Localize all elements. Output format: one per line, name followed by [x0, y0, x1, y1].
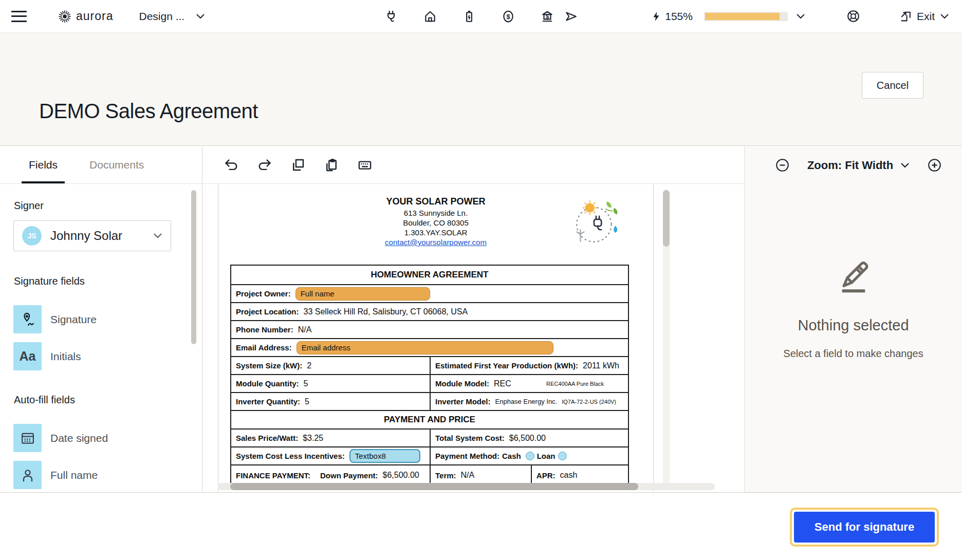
table-row: Email Address: Email address	[231, 338, 628, 356]
table-row: Phone Number: N/A	[231, 320, 628, 338]
cancel-button[interactable]: Cancel	[862, 72, 923, 99]
topbar-right-group: 155% Exit	[651, 9, 962, 23]
full-name-field-label: Full name	[50, 469, 98, 481]
cash-radio-field[interactable]	[526, 452, 534, 460]
person-icon	[13, 461, 42, 489]
dollar-coin-icon[interactable]: $	[502, 10, 515, 23]
page-header: DEMO Sales Agreement Cancel	[0, 33, 962, 146]
document-viewport: YOUR SOLAR POWER 613 Sunnyside Ln. Bould…	[202, 184, 744, 492]
calendar-icon	[13, 424, 42, 452]
document-vertical-scrollbar[interactable]	[663, 190, 670, 247]
aurora-starburst-icon	[58, 9, 72, 24]
undo-icon[interactable]	[224, 158, 238, 172]
loan-radio-field[interactable]	[558, 452, 567, 460]
fields-sidebar: Fields Documents Signer JS Johnny Solar …	[0, 146, 202, 492]
signature-field-item[interactable]: Signature	[13, 305, 202, 333]
top-navigation-bar: aurora Design ... $ $	[0, 0, 962, 33]
table-row: Sales Price/Watt: $3.25 Total System Cos…	[231, 428, 628, 446]
nothing-selected-subtitle: Select a field to make changes	[783, 348, 923, 360]
zoom-controls: Zoom: Fit Width	[745, 146, 962, 184]
help-lifebuoy-icon[interactable]	[846, 9, 860, 23]
autofill-section-label: Auto-fill fields	[14, 394, 202, 406]
initials-aa-icon: Aa	[13, 342, 42, 370]
performance-meter-fill	[705, 13, 780, 20]
brand-wordmark: aurora	[76, 9, 113, 23]
table-row: System Cost Less Incentives: Textbox8 Pa…	[231, 446, 628, 464]
date-signed-field-label: Date signed	[50, 432, 108, 444]
payment-section-title: PAYMENT AND PRICE	[384, 415, 475, 425]
document-page: YOUR SOLAR POWER 613 Sunnyside Ln. Bould…	[218, 184, 654, 492]
signature-field-label: Signature	[50, 313, 97, 326]
signature-pen-icon	[13, 305, 42, 333]
water-drop-glyph	[614, 226, 617, 233]
leaf-glyphs	[605, 201, 617, 214]
signer-dropdown[interactable]: JS Johnny Solar	[13, 220, 171, 251]
battery-icon[interactable]	[462, 10, 476, 23]
chevron-down-icon	[196, 13, 205, 20]
mode-icon-group: $ $	[384, 0, 578, 33]
zoom-chevron-down-icon	[900, 162, 910, 169]
agreement-title: HOMEOWNER AGREEMENT	[371, 270, 489, 280]
initials-field-item[interactable]: Aa Initials	[13, 342, 202, 370]
email-placed-field[interactable]: Email address	[297, 341, 553, 354]
bottom-action-bar: Send for signature	[0, 492, 962, 560]
home-icon[interactable]	[423, 10, 437, 23]
send-for-signature-button[interactable]: Send for signature	[794, 512, 935, 543]
signer-avatar: JS	[22, 226, 42, 246]
redo-icon[interactable]	[257, 158, 272, 172]
main-content: Fields Documents Signer JS Johnny Solar …	[0, 146, 962, 492]
table-row: Inverter Quantity: 5 Inverter Model: Enp…	[231, 392, 628, 410]
table-row: Module Quantity: 5 Module Model: REC REC…	[231, 374, 628, 392]
exit-door-icon[interactable]	[899, 10, 912, 23]
send-button-focus-ring: Send for signature	[790, 508, 939, 547]
wind-turbine-glyph	[577, 230, 584, 241]
document-editor: YOUR SOLAR POWER 613 Sunnyside Ln. Bould…	[202, 146, 744, 492]
send-proposal-icon[interactable]	[564, 10, 578, 23]
initials-field-label: Initials	[50, 350, 81, 363]
aurora-esign-app: aurora Design ... $ $	[0, 0, 962, 560]
sidebar-tabs: Fields Documents	[0, 146, 202, 184]
design-mode-menu[interactable]: Design ...	[139, 10, 205, 23]
homeowner-agreement-table: HOMEOWNER AGREEMENT Project Owner: Full …	[230, 265, 629, 486]
exit-chevron-down-icon[interactable]	[940, 13, 949, 20]
sun-glyph	[583, 200, 598, 215]
lightning-bolt-icon[interactable]	[651, 10, 662, 23]
date-signed-field-item[interactable]: Date signed	[13, 424, 202, 452]
company-logo	[567, 195, 624, 250]
bank-dollar-icon[interactable]: $	[541, 10, 554, 23]
sidebar-scrollbar[interactable]	[191, 190, 196, 344]
signer-chevron-down-icon	[153, 233, 162, 239]
document-toolbar	[202, 146, 744, 184]
zoom-in-icon[interactable]	[928, 158, 941, 172]
performance-meter[interactable]	[704, 12, 788, 21]
tab-documents[interactable]: Documents	[82, 146, 151, 183]
inspector-empty-state: Nothing selected Select a field to make …	[745, 184, 962, 360]
keyboard-icon[interactable]	[358, 158, 372, 172]
signer-section-label: Signer	[14, 200, 202, 212]
textbox8-placed-field[interactable]: Textbox8	[349, 449, 420, 463]
zoom-level-dropdown[interactable]: Zoom: Fit Width	[807, 159, 910, 172]
inspector-panel: Zoom: Fit Width Nothing s	[744, 146, 962, 492]
svg-text:$: $	[506, 13, 510, 21]
company-email-link[interactable]: contact@yoursolarpower.com	[385, 238, 487, 247]
aurora-logo: aurora	[58, 9, 113, 24]
signature-fields-section-label: Signature fields	[14, 275, 202, 287]
hamburger-menu-icon[interactable]	[11, 11, 27, 22]
svg-text:$: $	[546, 13, 549, 20]
full-name-field-item[interactable]: Full name	[13, 461, 202, 489]
plug-glyph	[594, 216, 601, 230]
full-name-placed-field[interactable]: Full name	[295, 287, 430, 301]
edit-pencil-icon	[835, 253, 872, 293]
tab-fields[interactable]: Fields	[22, 146, 65, 183]
meter-chevron-down-icon[interactable]	[796, 13, 805, 20]
paste-icon[interactable]	[324, 158, 339, 172]
document-horizontal-scrollbar[interactable]	[230, 483, 638, 490]
table-row: Project Location: 33 Selleck Hill Rd, Sa…	[231, 302, 628, 320]
copy-icon[interactable]	[291, 158, 305, 172]
performance-percent: 155%	[665, 10, 693, 23]
zoom-out-icon[interactable]	[775, 158, 789, 172]
plug-icon[interactable]	[384, 10, 398, 23]
page-title: DEMO Sales Agreement	[39, 100, 258, 123]
exit-label[interactable]: Exit	[917, 10, 935, 23]
signer-name: Johnny Solar	[50, 229, 122, 243]
